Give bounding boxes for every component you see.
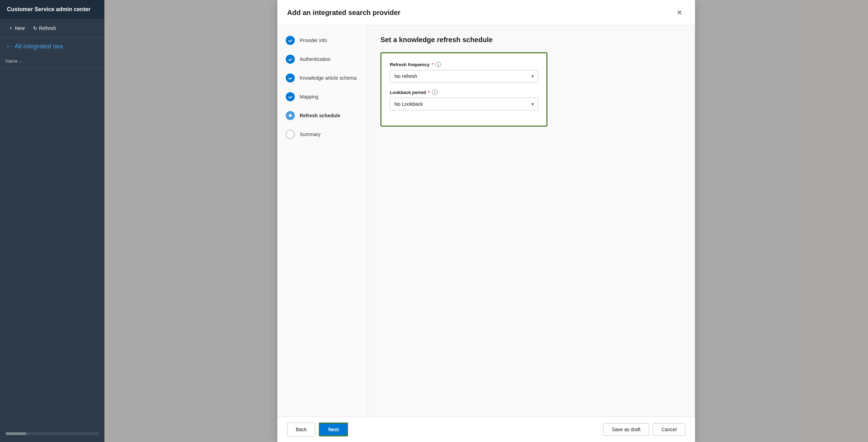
sidebar-toolbar: ＋ New ↻ Refresh xyxy=(0,19,104,38)
step-label-summary: Summary xyxy=(300,132,321,137)
info-icon-lookback[interactable]: i xyxy=(432,89,437,95)
step-circle-summary xyxy=(286,130,295,139)
next-button[interactable]: Next xyxy=(319,423,348,436)
step-label-refresh-schedule: Refresh schedule xyxy=(300,113,340,118)
step-circle-knowledge-schema xyxy=(286,73,295,82)
save-draft-button[interactable]: Save as draft xyxy=(603,423,649,436)
lookback-period-label: Lookback period * i xyxy=(390,89,538,95)
required-star-lookback: * xyxy=(428,90,430,95)
sort-icon[interactable]: ↓ xyxy=(19,58,22,64)
modal-header: Add an integrated search provider ✕ xyxy=(277,0,695,25)
step-circle-provider-info xyxy=(286,36,295,45)
close-button[interactable]: ✕ xyxy=(674,7,685,18)
checkmark-icon xyxy=(288,38,293,43)
info-icon-frequency[interactable]: i xyxy=(435,62,441,67)
step-label-mapping: Mapping xyxy=(300,94,318,100)
table-header: Name ↓ xyxy=(0,55,104,68)
step-label-authentication: Authentication xyxy=(300,56,331,62)
scrollbar-thumb[interactable] xyxy=(6,432,26,435)
modal-dialog: Add an integrated search provider ✕ Prov… xyxy=(277,0,695,442)
sidebar: Customer Service admin center ＋ New ↻ Re… xyxy=(0,0,104,442)
footer-left: Back Next xyxy=(287,423,348,436)
checkmark-icon xyxy=(288,57,293,62)
sidebar-content xyxy=(0,68,104,442)
refresh-icon: ↻ xyxy=(33,25,37,31)
step-mapping: Mapping xyxy=(286,92,359,101)
checkmark-icon xyxy=(288,94,293,99)
cancel-button[interactable]: Cancel xyxy=(653,423,685,436)
steps-panel: Provider info Authentication Knowledge a… xyxy=(277,25,368,417)
sidebar-header: Customer Service admin center xyxy=(0,0,104,19)
step-dot-icon xyxy=(288,113,293,118)
scrollbar-track xyxy=(6,432,99,435)
step-circle-mapping xyxy=(286,92,295,101)
checkmark-icon xyxy=(288,76,293,80)
modal-footer: Back Next Save as draft Cancel xyxy=(277,417,695,442)
required-star-frequency: * xyxy=(432,62,433,67)
lookback-period-select[interactable]: No Lookback 1 day 7 days 30 days xyxy=(390,98,538,110)
name-column-header: Name xyxy=(6,58,18,64)
plus-icon: ＋ xyxy=(8,25,13,31)
modal-overlay: Add an integrated search provider ✕ Prov… xyxy=(104,0,868,442)
modal-body: Provider info Authentication Knowledge a… xyxy=(277,25,695,417)
content-panel: Set a knowledge refresh schedule Refresh… xyxy=(368,25,695,417)
refresh-label: Refresh xyxy=(39,25,56,31)
step-circle-refresh-schedule xyxy=(286,111,295,120)
back-button[interactable]: Back xyxy=(287,423,315,436)
svg-point-0 xyxy=(289,114,292,117)
back-nav[interactable]: ← All integrated sea xyxy=(0,38,104,55)
modal-title: Add an integrated search provider xyxy=(287,9,401,17)
refresh-frequency-group: Refresh frequency * i No refresh Daily W… xyxy=(390,62,538,82)
lookback-period-select-wrapper: No Lookback 1 day 7 days 30 days xyxy=(390,98,538,110)
refresh-frequency-label: Refresh frequency * i xyxy=(390,62,538,67)
step-label-provider-info: Provider info xyxy=(300,38,327,43)
main-area: Add an integrated search provider ✕ Prov… xyxy=(104,0,868,442)
new-label: New xyxy=(15,25,25,31)
form-section: Refresh frequency * i No refresh Daily W… xyxy=(380,52,547,127)
content-title: Set a knowledge refresh schedule xyxy=(380,36,682,44)
step-refresh-schedule: Refresh schedule xyxy=(286,111,359,120)
step-knowledge-schema: Knowledge article schema xyxy=(286,73,359,82)
footer-right: Save as draft Cancel xyxy=(603,423,685,436)
back-nav-label: All integrated sea xyxy=(15,43,63,50)
step-circle-authentication xyxy=(286,55,295,64)
refresh-button[interactable]: ↻ Refresh xyxy=(30,24,59,32)
app-title: Customer Service admin center xyxy=(7,6,90,12)
step-authentication: Authentication xyxy=(286,55,359,64)
back-arrow-icon: ← xyxy=(6,43,12,50)
new-button[interactable]: ＋ New xyxy=(6,24,27,33)
refresh-frequency-select[interactable]: No refresh Daily Weekly Monthly xyxy=(390,70,538,82)
refresh-frequency-select-wrapper: No refresh Daily Weekly Monthly xyxy=(390,70,538,82)
step-label-knowledge-schema: Knowledge article schema xyxy=(300,75,356,81)
lookback-period-group: Lookback period * i No Lookback 1 day 7 … xyxy=(390,89,538,110)
step-provider-info: Provider info xyxy=(286,36,359,45)
step-summary: Summary xyxy=(286,130,359,139)
